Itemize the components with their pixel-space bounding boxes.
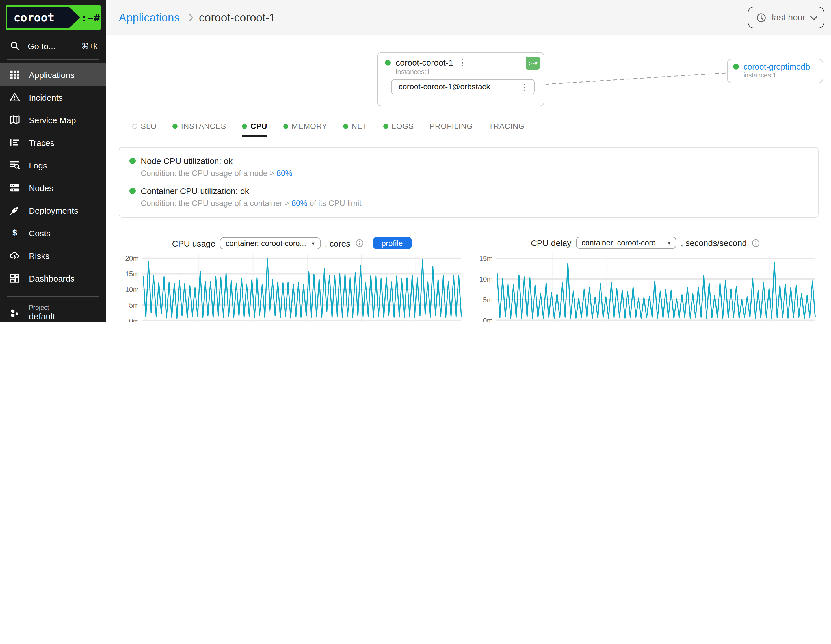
tab-memory[interactable]: MEMORY bbox=[283, 122, 327, 137]
tab-label: MEMORY bbox=[292, 122, 327, 131]
status-dot-green bbox=[385, 60, 391, 65]
check-container-cpu: Container CPU utilization: ok Condition:… bbox=[129, 186, 808, 207]
sidebar-item-label: Risks bbox=[29, 251, 49, 260]
app-window: coroot :~# Go to... ⌘+k ApplicationsInci… bbox=[0, 0, 831, 322]
go-to-search[interactable]: Go to... ⌘+k bbox=[0, 32, 106, 58]
check-condition: Condition: the CPU usage of a node > 80% bbox=[141, 169, 808, 177]
status-dot-green bbox=[283, 124, 288, 129]
sidebar-item-label: Dashboards bbox=[29, 273, 75, 283]
sidebar-divider bbox=[7, 59, 99, 60]
tab-label: NET bbox=[351, 122, 367, 131]
svg-text:15m: 15m bbox=[125, 270, 139, 277]
sidebar-item-label: Costs bbox=[29, 228, 51, 238]
logo-suffix: :~# bbox=[80, 5, 100, 30]
sidebar-item-applications[interactable]: Applications bbox=[0, 63, 106, 86]
chart-plot-area[interactable]: 0m5m10m15m20mJul 3116:1016:2016:3016:40 bbox=[119, 250, 465, 322]
app-type-badge: :~# bbox=[526, 57, 540, 70]
status-dot-green bbox=[343, 124, 348, 129]
tab-slo[interactable]: SLO bbox=[132, 122, 157, 137]
tab-label: LOGS bbox=[392, 122, 414, 131]
sidebar: coroot :~# Go to... ⌘+k ApplicationsInci… bbox=[0, 0, 106, 322]
svg-text:10m: 10m bbox=[479, 275, 493, 283]
breadcrumb-applications-link[interactable]: Applications bbox=[119, 11, 180, 24]
clock-icon bbox=[756, 12, 766, 23]
instance-chip-label: coroot-coroot-1@orbstack bbox=[398, 82, 490, 91]
sidebar-item-dashboards[interactable]: Dashboards bbox=[0, 267, 106, 290]
search-icon bbox=[9, 40, 20, 51]
chart-unit-suffix: , cores bbox=[325, 238, 350, 248]
app-card-coroot-coroot-1[interactable]: :~# coroot-coroot-1 ⋮ instances:1 coroot… bbox=[377, 52, 544, 106]
sidebar-item-costs[interactable]: $Costs bbox=[0, 222, 106, 244]
sidebar-item-traces[interactable]: Traces bbox=[0, 131, 106, 154]
chart-plot-area[interactable]: 0m5m10m15mJul 3116:1016:2016:3016:40 bbox=[473, 250, 818, 322]
sidebar-divider bbox=[7, 296, 99, 297]
sidebar-item-project[interactable]: Project default bbox=[0, 300, 106, 322]
tab-logs[interactable]: LOGS bbox=[383, 122, 414, 137]
logs-icon bbox=[9, 159, 20, 171]
tab-profiling[interactable]: PROFILING bbox=[430, 122, 473, 137]
check-condition: Condition: the CPU usage of a container … bbox=[141, 198, 808, 207]
go-to-label: Go to... bbox=[28, 41, 74, 51]
cpu-checks-panel: Node CPU utilization: ok Condition: the … bbox=[119, 147, 818, 218]
profile-button[interactable]: profile bbox=[373, 237, 411, 249]
svg-text:0m: 0m bbox=[129, 317, 139, 322]
keyboard-shortcut: ⌘+k bbox=[81, 41, 97, 50]
svg-text:5m: 5m bbox=[129, 301, 139, 309]
tab-instances[interactable]: INSTANCES bbox=[172, 122, 226, 137]
tab-cpu[interactable]: CPU bbox=[242, 122, 267, 137]
sidebar-item-label: Nodes bbox=[29, 183, 53, 193]
info-icon[interactable] bbox=[355, 239, 364, 248]
instance-chip[interactable]: coroot-coroot-1@orbstack ⋮ bbox=[391, 79, 535, 94]
sidebar-item-deployments[interactable]: Deployments bbox=[0, 199, 106, 222]
app-card-title: coroot-coroot-1 bbox=[396, 58, 453, 67]
incidents-icon bbox=[9, 92, 20, 103]
svg-text:$: $ bbox=[13, 228, 17, 237]
logo-text: coroot bbox=[7, 7, 80, 28]
threshold-link[interactable]: 80% bbox=[291, 198, 307, 207]
kebab-menu-icon[interactable]: ⋮ bbox=[520, 82, 529, 91]
info-icon[interactable] bbox=[751, 238, 760, 247]
costs-icon: $ bbox=[9, 227, 20, 239]
sidebar-item-label: Incidents bbox=[29, 92, 63, 102]
upstream-instances-count: instances:1 bbox=[743, 72, 817, 78]
deployments-icon bbox=[9, 205, 20, 216]
tab-label: SLO bbox=[141, 122, 157, 131]
upstream-link[interactable]: coroot-greptimedb bbox=[743, 62, 810, 71]
application-map: :~# coroot-coroot-1 ⋮ instances:1 coroot… bbox=[119, 52, 818, 108]
tab-net[interactable]: NET bbox=[343, 122, 367, 137]
svg-text:10m: 10m bbox=[125, 286, 139, 293]
app-instances-count: instances:1 bbox=[396, 68, 544, 76]
status-dot-green bbox=[129, 188, 136, 194]
risks-icon bbox=[9, 250, 20, 261]
series-selector-dropdown[interactable]: container: coroot-coro...▾ bbox=[220, 237, 320, 249]
caret-down-icon: ▾ bbox=[312, 240, 315, 246]
sidebar-item-risks[interactable]: Risks bbox=[0, 244, 106, 267]
tab-tracing[interactable]: TRACING bbox=[489, 122, 525, 137]
sidebar-item-label: Traces bbox=[29, 138, 54, 147]
status-dot-green bbox=[733, 64, 739, 70]
time-range-picker[interactable]: last hour bbox=[748, 7, 824, 28]
chevron-down-icon bbox=[810, 13, 817, 20]
sidebar-item-incidents[interactable]: Incidents bbox=[0, 86, 106, 108]
svg-text:5m: 5m bbox=[483, 296, 493, 304]
svg-text:0m: 0m bbox=[483, 317, 493, 322]
traces-icon bbox=[9, 137, 20, 148]
series-selector-dropdown[interactable]: container: coroot-coro...▾ bbox=[576, 237, 676, 249]
upstream-card-coroot-greptimedb[interactable]: coroot-greptimedb instances:1 bbox=[727, 59, 823, 83]
check-title: Container CPU utilization: ok bbox=[141, 186, 249, 196]
threshold-link[interactable]: 80% bbox=[277, 169, 292, 177]
sidebar-item-service-map[interactable]: Service Map bbox=[0, 108, 106, 131]
chart-title: CPU delay bbox=[531, 238, 571, 248]
report-tabs: SLOINSTANCESCPUMEMORYNETLOGSPROFILINGTRA… bbox=[132, 122, 818, 137]
status-dot-green bbox=[172, 124, 178, 129]
chart-title: CPU usage bbox=[172, 238, 215, 248]
project-icon bbox=[9, 307, 20, 319]
chart-unit-suffix: , seconds/second bbox=[681, 238, 747, 248]
sidebar-item-label: Logs bbox=[29, 160, 47, 170]
tab-label: CPU bbox=[250, 122, 267, 131]
sidebar-item-nodes[interactable]: Nodes bbox=[0, 176, 106, 199]
coroot-logo[interactable]: coroot :~# bbox=[6, 5, 100, 30]
tab-label: TRACING bbox=[489, 122, 525, 131]
kebab-menu-icon[interactable]: ⋮ bbox=[458, 58, 466, 67]
sidebar-item-logs[interactable]: Logs bbox=[0, 154, 106, 176]
